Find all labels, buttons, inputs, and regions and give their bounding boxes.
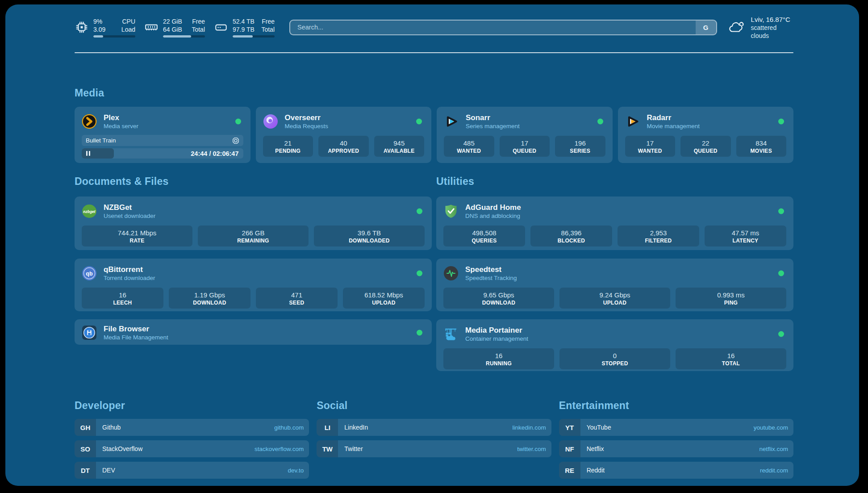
bookmark-youtube[interactable]: YT YouTube youtube.com bbox=[559, 419, 793, 436]
dashboard-panel: 9% 3.09 CPU Load bbox=[5, 4, 859, 486]
portainer-stat-stopped: 0 STOPPED bbox=[559, 348, 670, 369]
search-provider-button[interactable]: G bbox=[696, 21, 716, 34]
qbittorrent-card[interactable]: qb qBittorrent Torrent downloader 16 LEE… bbox=[75, 259, 432, 311]
ram-total-value: 64 GiB bbox=[163, 25, 182, 33]
filebrowser-status-dot bbox=[417, 330, 422, 336]
nzbget-stat-rate: 744.21 Mbps RATE bbox=[82, 226, 192, 246]
adguard-stat-filtered: 2,953 FILTERED bbox=[618, 226, 699, 246]
filebrowser-card[interactable]: File Browser Media File Management bbox=[75, 319, 432, 345]
speedtest-stat-upload: 9.24 Gbps UPLOAD bbox=[559, 288, 670, 309]
adguard-stat-queries: 498,508 QUERIES bbox=[443, 226, 525, 246]
portainer-icon bbox=[443, 326, 459, 342]
system-stats: 9% 3.09 CPU Load bbox=[75, 17, 275, 38]
portainer-status-dot bbox=[778, 331, 784, 337]
bookmark-github[interactable]: GH Github github.com bbox=[75, 419, 309, 436]
developer-group: Developer GH Github github.com SO StackO… bbox=[75, 400, 309, 479]
ram-progress-track bbox=[163, 35, 205, 38]
media-section-title: Media bbox=[75, 87, 793, 99]
media-cards-row: Plex Media server Bullet Train bbox=[75, 107, 793, 163]
radarr-card[interactable]: Radarr Movie management 17 WANTED 22 QUE… bbox=[618, 107, 794, 163]
nzbget-card[interactable]: nzbget NZBGet Usenet downloader 744.21 M… bbox=[75, 196, 432, 250]
speedtest-subtitle: Speedtest Tracking bbox=[465, 274, 517, 282]
cpu-usage-value: 9% bbox=[93, 17, 105, 25]
radarr-status-dot bbox=[778, 119, 784, 125]
plex-progress-bar[interactable]: 24:44 / 02:06:47 bbox=[82, 148, 243, 159]
utilities-section-title: Utilities bbox=[436, 175, 793, 188]
radarr-stat-wanted: 17 WANTED bbox=[625, 136, 676, 157]
overseerr-subtitle: Media Requests bbox=[285, 122, 329, 130]
developer-section-title: Developer bbox=[75, 400, 309, 412]
memory-stat-widget: 22 GiB 64 GiB Free Total bbox=[144, 17, 205, 38]
pause-button[interactable] bbox=[86, 151, 90, 156]
nzbget-title: NZBGet bbox=[104, 203, 155, 212]
radarr-stat-queued: 22 QUEUED bbox=[680, 136, 731, 157]
qbittorrent-status-dot bbox=[417, 271, 422, 276]
bookmarks-area: Developer GH Github github.com SO StackO… bbox=[75, 400, 793, 479]
nzbget-stat-remaining: 266 GB REMAINING bbox=[198, 226, 309, 246]
adguard-title: AdGuard Home bbox=[465, 203, 521, 212]
bookmark-twitter[interactable]: TW Twitter twitter.com bbox=[317, 440, 551, 457]
bookmark-reddit[interactable]: RE Reddit reddit.com bbox=[559, 462, 793, 479]
ram-total-label: Total bbox=[192, 25, 205, 33]
portainer-stat-total: 16 TOTAL bbox=[676, 348, 786, 369]
weather-condition: scattered clouds bbox=[751, 24, 793, 40]
cpu-progress-fill bbox=[93, 35, 103, 38]
disk-progress-track bbox=[233, 35, 275, 38]
sonarr-title: Sonarr bbox=[466, 113, 520, 122]
session-view-icon[interactable] bbox=[232, 137, 239, 144]
svg-text:nzbget: nzbget bbox=[83, 209, 96, 214]
sonarr-card[interactable]: Sonarr Series management 485 WANTED 17 Q… bbox=[437, 107, 613, 163]
social-section-title: Social bbox=[317, 400, 551, 412]
header-divider bbox=[75, 52, 793, 53]
adguard-card[interactable]: AdGuard Home DNS and adblocking 498,508 … bbox=[436, 196, 793, 250]
documents-section-title: Documents & Files bbox=[75, 175, 432, 188]
qbittorrent-stat-download: 1.19 Gbps DOWNLOAD bbox=[169, 288, 250, 309]
speedtest-card[interactable]: Speedtest Speedtest Tracking 9.65 Gbps D… bbox=[436, 259, 793, 311]
plex-title: Plex bbox=[104, 113, 138, 122]
adguard-subtitle: DNS and adblocking bbox=[465, 212, 521, 220]
ram-free-value: 22 GiB bbox=[163, 17, 182, 25]
ram-free-label: Free bbox=[192, 17, 205, 25]
radarr-stat-movies: 834 MOVIES bbox=[736, 136, 787, 157]
portainer-card[interactable]: Media Portainer Container management 16 … bbox=[436, 319, 793, 371]
cpu-load-label: Load bbox=[121, 25, 135, 33]
disk-icon bbox=[214, 20, 228, 34]
plex-status-dot bbox=[235, 119, 241, 125]
plex-card[interactable]: Plex Media server Bullet Train bbox=[75, 107, 250, 163]
speedtest-icon bbox=[443, 266, 459, 281]
bookmark-stackoverflow[interactable]: SO StackOverflow stackoverflow.com bbox=[75, 440, 309, 457]
radarr-title: Radarr bbox=[647, 113, 700, 122]
sonarr-subtitle: Series management bbox=[466, 122, 520, 130]
portainer-title: Media Portainer bbox=[465, 326, 528, 335]
portainer-stat-running: 16 RUNNING bbox=[443, 348, 554, 369]
svg-text:qb: qb bbox=[86, 271, 93, 277]
overseerr-card[interactable]: Overseerr Media Requests 21 PENDING 40 A… bbox=[256, 107, 432, 163]
filebrowser-subtitle: Media File Management bbox=[104, 334, 168, 341]
cpu-load-value: 3.09 bbox=[93, 25, 105, 33]
entertainment-section-title: Entertainment bbox=[559, 400, 793, 412]
radarr-subtitle: Movie management bbox=[647, 122, 700, 130]
bookmark-netflix[interactable]: NF Netflix netflix.com bbox=[559, 440, 793, 457]
ram-progress-fill bbox=[163, 35, 191, 38]
qbittorrent-subtitle: Torrent downloader bbox=[104, 274, 155, 282]
plex-subtitle: Media server bbox=[104, 122, 138, 130]
ram-icon bbox=[144, 20, 159, 34]
search-bar: G bbox=[289, 20, 717, 35]
adguard-stat-latency: 47.57 ms LATENCY bbox=[705, 226, 786, 246]
bookmark-linkedin[interactable]: LI LinkedIn linkedin.com bbox=[317, 419, 551, 436]
overseerr-stat-available: 945 AVAILABLE bbox=[374, 136, 425, 157]
utilities-column: Utilities bbox=[436, 163, 793, 371]
search-input[interactable] bbox=[289, 20, 717, 35]
overseerr-stat-approved: 40 APPROVED bbox=[318, 136, 369, 157]
nzbget-stat-downloaded: 39.6 TB DOWNLOADED bbox=[314, 226, 425, 246]
disk-total-label: Total bbox=[261, 25, 275, 33]
disk-free-value: 52.4 TB bbox=[233, 17, 255, 25]
bookmark-dev[interactable]: DT DEV dev.to bbox=[75, 462, 309, 479]
disk-free-label: Free bbox=[261, 17, 275, 25]
speedtest-title: Speedtest bbox=[465, 265, 517, 274]
overseerr-icon bbox=[263, 114, 278, 129]
social-group: Social LI LinkedIn linkedin.com TW Twitt… bbox=[317, 400, 551, 479]
filebrowser-title: File Browser bbox=[104, 324, 168, 334]
speedtest-stat-ping: 0.993 ms PING bbox=[676, 288, 786, 309]
disk-total-value: 97.9 TB bbox=[233, 25, 255, 33]
